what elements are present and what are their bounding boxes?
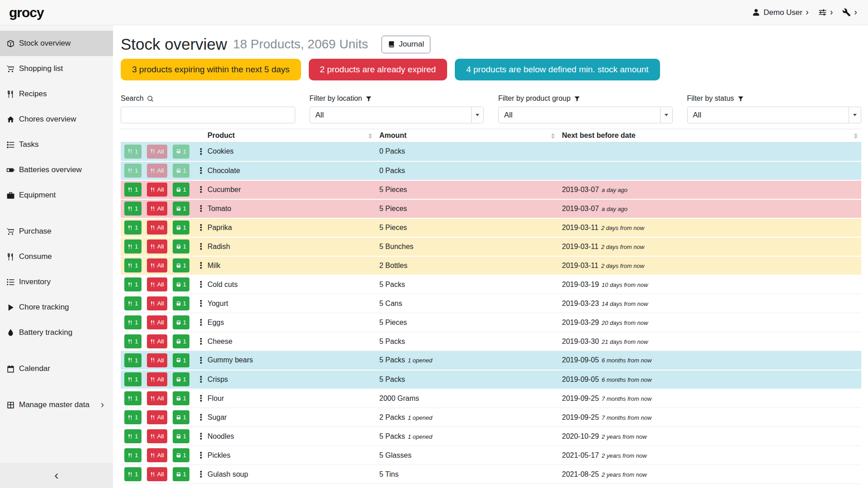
sidebar-item-equipment[interactable]: Equipment — [0, 183, 113, 208]
consume-all-button[interactable]: All — [147, 353, 167, 367]
sidebar-item-inventory[interactable]: Inventory — [0, 269, 113, 295]
journal-button[interactable]: Journal — [382, 36, 430, 53]
open-one-button[interactable]: 1 — [173, 164, 190, 178]
sidebar-item-chore-tracking[interactable]: Chore tracking — [0, 295, 113, 320]
sidebar-item-chores-overview[interactable]: Chores overview — [0, 107, 113, 132]
sidebar-item-tasks[interactable]: Tasks — [0, 132, 113, 157]
consume-one-button[interactable]: 1 — [124, 258, 142, 272]
consume-one-button[interactable]: 1 — [124, 145, 142, 159]
sidebar-item-stock-overview[interactable]: Stock overview — [0, 31, 113, 56]
column-header-amount[interactable]: Amount — [376, 129, 558, 142]
consume-one-button[interactable]: 1 — [124, 202, 142, 216]
consume-one-button[interactable]: 1 — [124, 410, 142, 424]
consume-one-button[interactable]: 1 — [124, 221, 142, 235]
sidebar-item-manage-master-data[interactable]: Manage master data› — [0, 392, 113, 418]
row-menu-button[interactable]: ⋮ — [196, 203, 206, 214]
search-input[interactable] — [121, 107, 295, 123]
row-menu-button[interactable]: ⋮ — [196, 241, 206, 252]
stock-settings-menu[interactable]: › — [818, 7, 833, 18]
consume-one-button[interactable]: 1 — [124, 429, 142, 443]
consume-all-button[interactable]: All — [147, 258, 167, 272]
sidebar-item-recipes[interactable]: Recipes — [0, 81, 113, 107]
open-one-button[interactable]: 1 — [173, 372, 190, 386]
open-one-button[interactable]: 1 — [173, 183, 190, 197]
row-menu-button[interactable]: ⋮ — [196, 279, 206, 290]
row-menu-button[interactable]: ⋮ — [196, 222, 206, 233]
consume-one-button[interactable]: 1 — [124, 315, 142, 329]
row-menu-button[interactable]: ⋮ — [196, 469, 206, 479]
consume-all-button[interactable]: All — [147, 296, 167, 310]
consume-one-button[interactable]: 1 — [124, 353, 142, 367]
open-one-button[interactable]: 1 — [173, 334, 190, 348]
consume-one-button[interactable]: 1 — [124, 372, 142, 386]
brand-logo[interactable]: grocy — [9, 5, 44, 20]
row-menu-button[interactable]: ⋮ — [196, 374, 206, 385]
open-one-button[interactable]: 1 — [173, 429, 190, 443]
consume-all-button[interactable]: All — [147, 221, 167, 235]
consume-one-button[interactable]: 1 — [124, 334, 142, 348]
row-menu-button[interactable]: ⋮ — [196, 355, 206, 366]
consume-all-button[interactable]: All — [147, 410, 167, 424]
row-menu-button[interactable]: ⋮ — [196, 184, 206, 195]
consume-all-button[interactable]: All — [147, 334, 167, 348]
consume-one-button[interactable]: 1 — [124, 391, 142, 405]
consume-all-button[interactable]: All — [147, 391, 167, 405]
sidebar-item-battery-tracking[interactable]: Battery tracking — [0, 320, 113, 345]
consume-one-button[interactable]: 1 — [124, 467, 142, 481]
consume-one-button[interactable]: 1 — [124, 239, 142, 253]
row-menu-button[interactable]: ⋮ — [196, 450, 206, 460]
sidebar-item-consume[interactable]: Consume — [0, 244, 113, 269]
row-menu-button[interactable]: ⋮ — [196, 431, 206, 441]
open-one-button[interactable]: 1 — [173, 353, 190, 367]
consume-all-button[interactable]: All — [147, 277, 167, 291]
open-one-button[interactable]: 1 — [173, 239, 190, 253]
open-one-button[interactable]: 1 — [173, 221, 190, 235]
consume-one-button[interactable]: 1 — [124, 183, 142, 197]
user-menu[interactable]: Demo User › — [752, 7, 809, 18]
row-menu-button[interactable]: ⋮ — [196, 298, 206, 309]
open-one-button[interactable]: 1 — [173, 315, 190, 329]
row-menu-button[interactable]: ⋮ — [196, 317, 206, 328]
consume-all-button[interactable]: All — [147, 239, 167, 253]
expiring-alert[interactable]: 3 products expiring within the next 5 da… — [121, 59, 301, 80]
below-min-alert[interactable]: 4 products are below defined min. stock … — [455, 59, 660, 80]
open-one-button[interactable]: 1 — [173, 391, 190, 405]
column-header-bbd[interactable]: Next best before date — [558, 129, 861, 142]
consume-one-button[interactable]: 1 — [124, 164, 142, 178]
consume-all-button[interactable]: All — [147, 315, 167, 329]
consume-one-button[interactable]: 1 — [124, 296, 142, 310]
sidebar-item-shopping-list[interactable]: Shopping list — [0, 56, 113, 81]
filter-by-location-select[interactable]: All — [310, 107, 484, 123]
consume-one-button[interactable]: 1 — [124, 277, 142, 291]
row-menu-button[interactable]: ⋮ — [196, 146, 206, 157]
consume-all-button[interactable]: All — [147, 429, 167, 443]
open-one-button[interactable]: 1 — [173, 410, 190, 424]
open-one-button[interactable]: 1 — [173, 277, 190, 291]
open-one-button[interactable]: 1 — [173, 202, 190, 216]
open-one-button[interactable]: 1 — [173, 258, 190, 272]
consume-all-button[interactable]: All — [147, 448, 167, 462]
row-menu-button[interactable]: ⋮ — [196, 260, 206, 271]
sidebar-item-purchase[interactable]: Purchase — [0, 219, 113, 244]
expired-alert[interactable]: 2 products are already expired — [309, 59, 448, 80]
consume-all-button[interactable]: All — [147, 183, 167, 197]
admin-menu[interactable]: › — [842, 7, 857, 18]
sidebar-item-batteries-overview[interactable]: Batteries overview — [0, 157, 113, 183]
consume-all-button[interactable]: All — [147, 372, 167, 386]
filter-by-status-select[interactable]: All — [687, 107, 862, 123]
row-menu-button[interactable]: ⋮ — [196, 412, 206, 422]
consume-all-button[interactable]: All — [147, 467, 167, 481]
row-menu-button[interactable]: ⋮ — [196, 393, 206, 404]
row-menu-button[interactable]: ⋮ — [196, 336, 206, 347]
sidebar-collapse-button[interactable]: ‹ — [0, 463, 113, 488]
open-one-button[interactable]: 1 — [173, 448, 190, 462]
sidebar-item-calendar[interactable]: Calendar — [0, 356, 113, 381]
open-one-button[interactable]: 1 — [173, 296, 190, 310]
open-one-button[interactable]: 1 — [173, 467, 190, 481]
consume-all-button[interactable]: All — [147, 145, 167, 159]
consume-one-button[interactable]: 1 — [124, 448, 142, 462]
filter-by-product-group-select[interactable]: All — [498, 107, 673, 123]
column-header-product[interactable]: Product — [204, 129, 376, 142]
consume-all-button[interactable]: All — [147, 202, 167, 216]
row-menu-button[interactable]: ⋮ — [196, 165, 206, 176]
